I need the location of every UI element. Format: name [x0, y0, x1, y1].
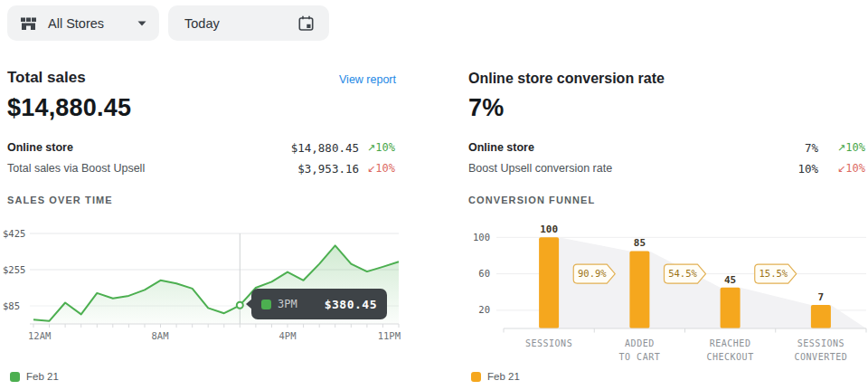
chevron-down-icon	[137, 21, 146, 26]
bar-value-label: 7	[818, 291, 825, 303]
bar-value-label: 45	[724, 274, 736, 286]
x-tick-label: 12AM	[28, 330, 51, 341]
metric-change-value: 10%	[845, 162, 865, 175]
metric-value: 10%	[797, 162, 818, 176]
sales-legend: Feb 21	[10, 371, 59, 382]
trend-up-icon: ↗	[837, 142, 845, 154]
metric-value: $3,953.16	[297, 162, 359, 176]
metric-change: ↗10%	[359, 141, 395, 154]
legend-label: Feb 21	[487, 371, 520, 382]
funnel-bar[interactable]	[721, 288, 741, 328]
conversion-badge-label: 90.9%	[578, 268, 607, 279]
x-tick-label: 11PM	[378, 330, 401, 341]
bar-value-label: 85	[634, 237, 646, 249]
metric-change-value: 10%	[375, 162, 395, 175]
metric-change: ↙10%	[359, 162, 395, 175]
hover-point	[237, 302, 243, 309]
legend-swatch-green	[10, 372, 20, 382]
y-tick-label: $425	[3, 228, 25, 239]
view-report-link[interactable]: View report	[326, 73, 396, 86]
date-selector-label: Today	[184, 16, 220, 31]
y-tick-label: $255	[3, 264, 25, 275]
y-tick-label: $85	[3, 300, 20, 311]
x-axis-ticks	[504, 328, 866, 333]
conversion-funnel-heading: CONVERSION FUNNEL	[468, 195, 595, 205]
metric-change-value: 10%	[375, 141, 395, 154]
tooltip-value: $380.45	[325, 298, 377, 311]
tooltip-time: 3PM	[278, 298, 297, 310]
conversion-rate-title: Online store conversion rate	[468, 71, 665, 87]
conversion-badge-label: 15.5%	[759, 268, 788, 279]
metric-value: 7%	[805, 141, 818, 155]
metric-row-online-store-rate: Online store 7% ↗10%	[468, 139, 865, 156]
x-tick-label: 8AM	[152, 330, 169, 341]
conversion-badge-label: 54.5%	[668, 268, 697, 279]
category-label: CHECKOUT	[707, 352, 754, 362]
y-tick-label: 20	[478, 304, 490, 315]
category-label: REACHED	[710, 338, 751, 348]
store-selector-label: All Stores	[48, 16, 104, 31]
sales-over-time-heading: SALES OVER TIME	[7, 195, 113, 205]
metric-label: Total sales via Boost Upsell	[7, 162, 297, 175]
conversion-funnel-chart[interactable]: 100 60 20 1008545790.9%54.5%15.5% SESSIO…	[467, 217, 868, 369]
total-sales-value: $14,880.45	[7, 94, 131, 122]
metric-row-online-store-sales: Online store $14,880.45 ↗10%	[7, 139, 395, 156]
category-label: CONVERTED	[795, 352, 848, 362]
legend-swatch-orange	[471, 372, 481, 382]
funnel-bar[interactable]	[629, 251, 649, 328]
trend-down-icon: ↙	[367, 163, 375, 175]
y-tick-label: 100	[473, 232, 490, 243]
trend-up-icon: ↗	[367, 142, 375, 154]
funnel-bar[interactable]	[811, 305, 831, 328]
category-label: SESSIONS	[797, 338, 844, 348]
metric-row-boost-upsell-rate: Boost Upsell conversion rate 10% ↙10%	[468, 160, 865, 176]
trend-down-icon: ↙	[837, 163, 845, 175]
conversion-rate-value: 7%	[468, 94, 504, 122]
metric-label: Online store	[7, 141, 291, 154]
store-selector[interactable]: All Stores	[7, 5, 159, 41]
x-axis-ticks	[33, 324, 399, 328]
metric-change-value: 10%	[845, 141, 865, 154]
x-tick-label: 4PM	[279, 330, 297, 341]
funnel-legend: Feb 21	[471, 371, 520, 382]
funnel-bar[interactable]	[539, 237, 559, 328]
chart-tooltip: 3PM $380.45	[251, 289, 387, 319]
metric-row-boost-upsell-sales: Total sales via Boost Upsell $3,953.16 ↙…	[7, 160, 395, 176]
metric-value: $14,880.45	[291, 141, 359, 155]
category-label: SESSIONS	[525, 338, 572, 348]
legend-label: Feb 21	[26, 371, 59, 382]
metric-label: Boost Upsell conversion rate	[468, 162, 797, 175]
store-icon	[20, 16, 37, 31]
analytics-dashboard: { "topbar": { "store_selector": {"label"…	[0, 0, 868, 390]
category-label: ADDED	[625, 338, 655, 348]
total-sales-title: Total sales	[7, 69, 86, 87]
bar-value-label: 100	[540, 224, 558, 235]
sales-over-time-chart[interactable]: $425 $255 $85 12AM 8AM 4PM 11PM	[0, 226, 405, 348]
metric-change: ↙10%	[818, 162, 865, 175]
category-label: TO CART	[619, 352, 661, 362]
y-tick-label: 60	[478, 268, 490, 279]
series-swatch	[261, 300, 271, 309]
date-selector[interactable]: Today	[168, 5, 329, 41]
metric-change: ↗10%	[818, 141, 865, 154]
metric-label: Online store	[468, 141, 805, 154]
calendar-icon	[297, 15, 315, 32]
